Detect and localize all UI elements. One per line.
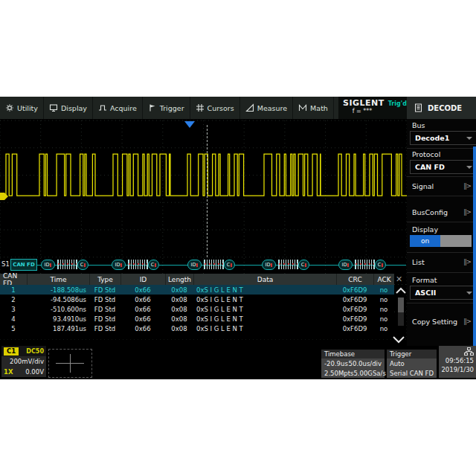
chevron-down-icon [466,166,472,169]
decode-panel-icon [414,103,422,112]
table-cell: 2 [0,295,27,304]
add-channel-drop-area[interactable] [48,349,92,378]
divider [407,303,476,303]
channel1-offset: 0.00V [25,368,44,376]
trigger-position-line [207,125,208,257]
frame-id-bubble: ID [187,260,202,270]
trigger-title: Trigger [387,350,437,358]
trigger-box[interactable]: Trigger Auto Serial CAN FD [387,350,437,378]
bus-select[interactable]: Decode1 [410,131,476,145]
oscilloscope-screen: Utility Display Acquire Trigger Cursors … [0,97,476,379]
trigger-mode: Auto [390,360,405,367]
close-icon[interactable]: ✕ [396,274,402,284]
table-cell: 0x08 [165,295,193,304]
decoded-frame: IDC [112,259,159,271]
scroll-down-icon[interactable] [392,335,405,344]
screenshot-stage: Utility Display Acquire Trigger Cursors … [0,0,476,476]
chevron-down-icon [466,292,472,295]
table-header-cell: CAN FD [0,274,27,285]
table-cell: 0xS I G L E N T [193,324,336,333]
frame-id-bubble: ID [112,260,126,270]
table-row[interactable]: 493.4910usFD Std0x660x080xS I G L E N T0… [0,314,394,324]
table-header-cell: Data [193,274,336,285]
copy-setting-submenu[interactable]: Copy Setting ||> [407,315,476,327]
protocol-select-value: CAN FD [415,163,445,171]
frame-crc-bubble: C [298,260,309,270]
timebase-title: Timebase [321,350,385,358]
protocol-select[interactable]: CAN FD [410,160,476,174]
frame-data-bits [355,260,375,269]
table-cell: FD Std [89,314,120,324]
table-cell: 0x08 [165,304,193,314]
decode-sidebar: DECODE Bus Decode1 Protocol CAN FD Signa… [407,97,476,346]
signal-submenu[interactable]: Signal ||> [407,180,476,192]
datetime-box[interactable]: 09:56:15 2019/1/30 [439,346,476,378]
sample-rate: 5.00GSa/s [353,370,385,377]
channel1-level-marker[interactable] [0,192,9,201]
table-cell: 0xF6D9 [336,304,373,314]
decode-panel-header: DECODE [407,97,476,119]
bus-protocol-badge: CAN FD [10,259,37,271]
table-cell: 0x66 [120,304,165,314]
table-row[interactable]: 1-188.508usFD Std0x660x080xS I G L E N T… [0,285,394,295]
table-cell: 0xS I G L E N T [193,314,336,324]
table-cell: FD Std [89,295,120,304]
table-cell: 0x66 [120,285,165,295]
channel1-coupling: DC50 [26,348,44,355]
channel1-probe: 1X [4,368,13,376]
decoded-frame: IDC [41,259,89,271]
frame-id-bubble: ID [41,260,55,270]
scrollbar-thumb[interactable] [398,298,404,312]
toggle-off-state [440,235,472,247]
table-row[interactable]: 5187.491usFD Std0x660x080xS I G L E N T0… [0,324,394,333]
decode-list-table[interactable]: CAN FDTimeTypeIDLengthDataCRCACK1-188.50… [0,274,394,339]
table-header-cell: Type [89,274,120,285]
clock-time: 09:56:15 [439,356,476,365]
frame-id-bubble: ID [338,260,353,270]
display-toggle[interactable]: on [410,235,472,247]
scroll-up-icon[interactable] [395,286,407,295]
trigger-type: Serial [390,370,408,377]
divider [407,176,476,177]
clock-date: 2019/1/30 [439,365,476,374]
channel1-info-box[interactable]: C1 DC50 200mV/div 1X 0.00V [1,346,46,377]
table-cell: 0xF6D9 [336,314,373,324]
bus-select-value: Decode1 [415,134,449,142]
table-header-cell: Time [27,274,89,285]
frame-crc-bubble: C [77,260,89,270]
bus-label: Bus [412,121,425,129]
trigger-position-marker[interactable] [184,121,195,128]
decoded-frame: IDC [262,259,309,271]
sidebar-scrollbar[interactable] [473,147,476,347]
memory-depth: 2.50Mpts [324,370,353,377]
timebase-delay: -20.9us [324,360,348,367]
format-select[interactable]: ASCII [410,286,476,300]
frame-crc-bubble: C [148,260,159,270]
table-cell: 0x08 [165,285,193,295]
channel1-scale: 200mV/div [10,358,44,365]
table-cell: no [373,304,394,314]
decoded-frame: IDC [338,259,386,271]
table-cell: no [373,314,394,324]
table-cell: -188.508us [27,285,89,295]
table-cell: 0x08 [165,324,193,333]
table-row[interactable]: 3-510.600nsFD Std0x660x080xS I G L E N T… [0,304,394,314]
table-cell: -510.600ns [27,304,89,314]
divider [407,148,476,149]
bus-source-label: S1 [1,260,10,268]
frame-crc-bubble: C [375,260,386,270]
table-cell: FD Std [89,285,120,295]
display-label: Display [412,225,438,234]
table-cell: 0xS I G L E N T [193,295,336,304]
submenu-arrow-icon: ||> [463,258,471,266]
list-submenu[interactable]: List ||> [407,256,476,268]
busconfig-submenu[interactable]: BusConfig ||> [407,206,476,218]
timebase-box[interactable]: Timebase -20.9us 50.0us/div 2.50Mpts 5.0… [321,350,385,378]
network-icon [464,347,474,356]
decode-panel-title: DECODE [428,104,462,112]
table-row[interactable]: 2-94.5086usFD Std0x660x080xS I G L E N T… [0,295,394,304]
frame-data-bits [128,260,148,269]
signal-label: Signal [412,182,434,190]
scrollbar-track[interactable] [398,298,404,326]
submenu-arrow-icon: ||> [463,208,471,216]
